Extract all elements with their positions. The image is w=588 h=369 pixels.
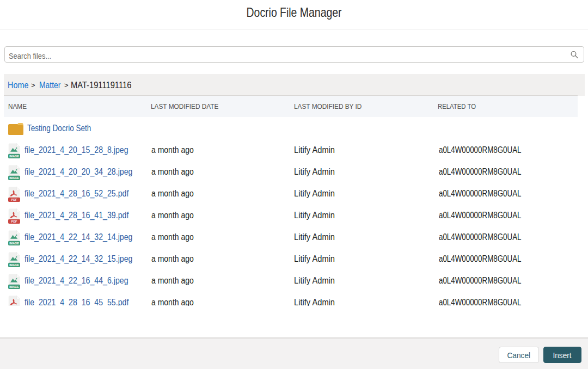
svg-text:IMAGE: IMAGE <box>9 263 19 267</box>
svg-text:PDF: PDF <box>11 198 17 201</box>
svg-text:IMAGE: IMAGE <box>9 155 19 158</box>
svg-text:PDF: PDF <box>11 220 17 223</box>
svg-text:IMAGE: IMAGE <box>9 176 19 180</box>
svg-text:IMAGE: IMAGE <box>9 242 19 245</box>
svg-text:IMAGE: IMAGE <box>9 285 19 288</box>
